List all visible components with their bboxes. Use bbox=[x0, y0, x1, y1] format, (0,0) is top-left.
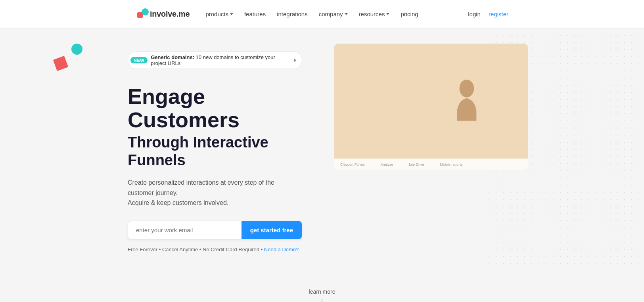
sub-text: Free Forever • Cancel Anytime • No Credi… bbox=[128, 247, 302, 252]
learn-more-area: learn more ↓ bbox=[0, 288, 644, 302]
hero-silhouette bbox=[449, 53, 528, 156]
nav-auth: login register bbox=[468, 11, 508, 17]
hero-stat-3: Life Drive bbox=[409, 162, 424, 166]
new-badge: NEW bbox=[130, 57, 148, 63]
svg-point-1 bbox=[142, 8, 149, 15]
logo-icon bbox=[136, 7, 150, 21]
email-input[interactable] bbox=[128, 221, 242, 239]
svg-point-2 bbox=[460, 80, 474, 97]
nav-links: products features integrations company r… bbox=[205, 11, 468, 17]
logo-text: involve.me bbox=[150, 10, 190, 19]
nav-integrations[interactable]: integrations bbox=[277, 11, 308, 17]
content-inner: NEW Generic domains: 10 new domains to c… bbox=[128, 44, 516, 252]
right-column: Clásport Forms Analyze Life Drive Mobile… bbox=[334, 44, 528, 170]
announcement-banner[interactable]: NEW Generic domains: 10 new domains to c… bbox=[128, 52, 302, 69]
cta-button[interactable]: get started free bbox=[242, 221, 302, 239]
nav-company[interactable]: company bbox=[319, 11, 348, 17]
nav-pricing[interactable]: pricing bbox=[401, 11, 418, 17]
announcement-text: Generic domains: 10 new domains to custo… bbox=[151, 54, 290, 66]
hero-stat-1: Clásport Forms bbox=[340, 162, 365, 166]
email-form: get started free bbox=[128, 221, 302, 239]
chevron-down-icon bbox=[230, 13, 233, 15]
learn-more-arrow-icon: ↓ bbox=[0, 297, 644, 302]
learn-more-text[interactable]: learn more bbox=[309, 289, 335, 295]
logo-link[interactable]: involve.me bbox=[136, 7, 190, 21]
navbar-inner: involve.me products features integration… bbox=[128, 0, 516, 28]
demo-link[interactable]: Need a Demo? bbox=[264, 247, 299, 252]
hero-image-card: Clásport Forms Analyze Life Drive Mobile… bbox=[334, 44, 528, 170]
hero-stat-4: Mobile reports bbox=[440, 162, 463, 166]
left-column: NEW Generic domains: 10 new domains to c… bbox=[128, 44, 302, 252]
nav-products[interactable]: products bbox=[205, 11, 233, 17]
hero-stats-bar: Clásport Forms Analyze Life Drive Mobile… bbox=[334, 159, 528, 170]
nav-resources[interactable]: resources bbox=[359, 11, 390, 17]
chevron-down-icon bbox=[345, 13, 348, 15]
login-link[interactable]: login bbox=[468, 11, 481, 17]
hero-stat-2: Analyze bbox=[381, 162, 393, 166]
main-content: NEW Generic domains: 10 new domains to c… bbox=[0, 28, 644, 276]
hero-description: Create personalized interactions at ever… bbox=[128, 178, 302, 208]
navbar: involve.me products features integration… bbox=[0, 0, 644, 28]
chevron-right-icon bbox=[294, 58, 296, 62]
register-link[interactable]: register bbox=[489, 11, 508, 17]
nav-features[interactable]: features bbox=[244, 11, 266, 17]
chevron-down-icon bbox=[386, 13, 389, 15]
hero-heading-1: Engage Customers bbox=[128, 85, 302, 132]
hero-heading-2: Through Interactive Funnels bbox=[128, 134, 302, 170]
